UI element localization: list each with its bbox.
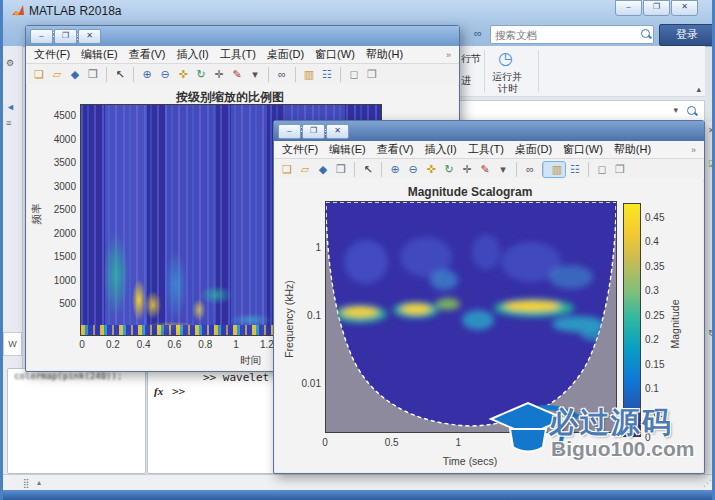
link-plots-icon[interactable]: ∞ [268, 67, 290, 82]
search-icon[interactable] [641, 29, 650, 38]
menu-item[interactable]: 查看(V) [377, 142, 414, 157]
data-cursor-icon[interactable]: ✛ [459, 162, 475, 177]
insert-colorbar-icon[interactable]: ▥ [295, 67, 317, 82]
menu-item[interactable]: 工具(T) [220, 47, 256, 62]
link-plots-icon[interactable]: ∞ [516, 162, 538, 177]
figure8-menubar: 文件(F)编辑(E)查看(V)插入(I)工具(T)桌面(D)窗口(W)帮助(H)… [26, 46, 459, 64]
collapse-toolstrip-icon[interactable]: ▴ [696, 84, 701, 94]
step-label[interactable]: 进 [461, 74, 471, 88]
tick-label: 0.6 [162, 339, 186, 350]
new-figure-icon[interactable]: ❏ [31, 67, 47, 82]
matlab-logo [11, 4, 25, 18]
menu-item[interactable]: 编辑(E) [81, 47, 118, 62]
menu-item[interactable]: 插入(I) [176, 47, 208, 62]
menu-item[interactable]: 桌面(D) [515, 142, 552, 157]
status-grip-icon[interactable]: ⣿ [23, 478, 30, 488]
command-history-line: >> wavelet [203, 371, 269, 384]
rotate-3d-icon[interactable]: ↻ [193, 67, 209, 82]
rotate-3d-icon[interactable]: ↻ [441, 162, 457, 177]
insert-legend-icon[interactable]: ☷ [567, 162, 583, 177]
minimize-button[interactable]: ‒ [615, 0, 642, 16]
open-file-icon[interactable]: ▱ [49, 67, 65, 82]
menubar-overflow-icon[interactable]: » [691, 145, 696, 155]
menu-item[interactable]: 编辑(E) [329, 142, 366, 157]
run-and-time-label-2[interactable]: 计时 [498, 82, 518, 96]
tick-label: 0.4 [645, 236, 673, 248]
status-caret-icon[interactable]: ▴ [37, 478, 41, 487]
figure9-ylabel: Frequency (kHz) [283, 280, 295, 358]
figure8-window-controls: ‒ ❐ ✕ [30, 29, 101, 44]
close-button[interactable]: ✕ [326, 124, 349, 139]
back-arrow-icon[interactable]: ◄ [6, 102, 15, 112]
tick-label: 0.4 [132, 339, 156, 350]
colorbar-label-wrap: Magnitude [667, 279, 683, 369]
refresh-icon[interactable]: ↻ [708, 328, 715, 338]
login-button[interactable]: 登录 [659, 24, 715, 46]
undock-figure-icon[interactable]: ❐ [364, 67, 380, 82]
zoom-out-icon[interactable]: ⊖ [405, 162, 421, 177]
minimize-button[interactable]: ‒ [278, 124, 301, 139]
insert-colorbar-icon[interactable]: ▥ [543, 162, 565, 177]
run-section-label[interactable]: 行节 [461, 52, 481, 66]
figure8-titlebar[interactable]: Figure 8 ‒ ❐ ✕ [26, 26, 459, 46]
menu-item[interactable]: 窗口(W) [315, 47, 355, 62]
restore-button[interactable]: ❐ [54, 29, 77, 44]
figure9-plot-title: Magnitude Scalogram [325, 185, 615, 199]
window-bottom-border [3, 490, 715, 500]
brush-icon[interactable]: ✎ [477, 162, 493, 177]
pointer-icon[interactable]: ↖ [106, 67, 128, 82]
zoom-in-icon[interactable]: ⊕ [133, 67, 155, 82]
command-prompt[interactable]: >> [172, 385, 185, 398]
close-button[interactable]: ✕ [671, 0, 698, 16]
pointer-icon[interactable]: ↖ [354, 162, 376, 177]
zoom-in-icon[interactable]: ⊕ [381, 162, 403, 177]
close-button[interactable]: ✕ [78, 29, 101, 44]
gear-icon[interactable]: ⚙ [6, 58, 14, 68]
run-and-time-icon[interactable]: ◷ [498, 48, 513, 69]
open-file-icon[interactable]: ▱ [297, 162, 313, 177]
restore-button[interactable]: ❐ [302, 124, 325, 139]
pan-icon[interactable]: ✜ [423, 162, 439, 177]
menu-item[interactable]: 窗口(W) [563, 142, 603, 157]
dropdown-caret-icon[interactable]: ▾ [673, 105, 678, 115]
print-icon[interactable]: ❒ [85, 67, 101, 82]
menu-item[interactable]: 桌面(D) [267, 47, 304, 62]
list-icon[interactable]: ≡ [6, 118, 11, 128]
menu-item[interactable]: 帮助(H) [614, 142, 651, 157]
pan-icon[interactable]: ✜ [175, 67, 191, 82]
watermark-en-text: Biguo100.com [551, 437, 695, 461]
brush-dropdown-icon[interactable]: ▾ [495, 162, 511, 177]
doc-search-box [490, 25, 654, 44]
zoom-out-icon[interactable]: ⊖ [157, 67, 173, 82]
menu-item[interactable]: 文件(F) [34, 47, 70, 62]
menubar-overflow-icon[interactable]: » [446, 50, 451, 60]
print-icon[interactable]: ❒ [333, 162, 349, 177]
workspace-tab[interactable]: W [3, 332, 22, 356]
save-icon[interactable]: ◆ [67, 67, 83, 82]
address-search-row[interactable]: ▾ [458, 100, 705, 122]
data-cursor-icon[interactable]: ✛ [211, 67, 227, 82]
menu-item[interactable]: 工具(T) [468, 142, 504, 157]
dock-figure-icon[interactable]: ◻ [340, 67, 362, 82]
maximize-button[interactable]: ❐ [643, 0, 670, 16]
brush-icon[interactable]: ✎ [229, 67, 245, 82]
undock-figure-icon[interactable]: ❐ [612, 162, 628, 177]
menu-item[interactable]: 插入(I) [424, 142, 456, 157]
insert-legend-icon[interactable]: ☷ [319, 67, 335, 82]
minimize-button[interactable]: ‒ [30, 29, 53, 44]
tick-label: 4500 [37, 110, 76, 122]
dock-figure-icon[interactable]: ◻ [588, 162, 610, 177]
simulink-icon[interactable]: ◪ [708, 158, 715, 168]
close-panel-icon[interactable]: ✕ [708, 126, 715, 135]
history-panel[interactable]: colormap(pink(240)); [7, 368, 146, 474]
menu-item[interactable]: 查看(V) [129, 47, 166, 62]
search-icon[interactable] [687, 106, 696, 115]
menu-item[interactable]: 帮助(H) [366, 47, 403, 62]
menu-item[interactable]: 文件(F) [282, 142, 318, 157]
link-icon[interactable]: ∞ [470, 26, 486, 41]
save-icon[interactable]: ◆ [315, 162, 331, 177]
new-figure-icon[interactable]: ❏ [279, 162, 295, 177]
search-input[interactable] [493, 26, 637, 43]
brush-dropdown-icon[interactable]: ▾ [247, 67, 263, 82]
figure9-titlebar[interactable]: Figure 9 ‒ ❐ ✕ [274, 121, 704, 141]
